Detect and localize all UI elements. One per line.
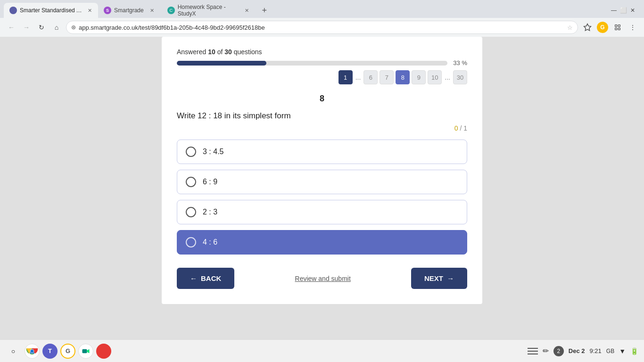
close-button[interactable]: ✕: [629, 7, 636, 14]
forward-nav-button[interactable]: →: [21, 22, 32, 33]
option-label-d: 4 : 6: [203, 238, 217, 247]
browser-chrome: Smarter Standardised Assessm... ✕ S Smar…: [0, 0, 644, 37]
window-controls: — ⬜ ✕: [610, 7, 640, 14]
page-btn-7[interactable]: 7: [380, 70, 394, 84]
page-btn-9[interactable]: 9: [412, 70, 426, 84]
svg-point-0: [11, 8, 16, 13]
question-number: 8: [177, 94, 467, 104]
taskbar-lines-icon: [528, 348, 538, 354]
svg-marker-10: [87, 349, 90, 353]
tab-label-2: Smartgrade: [114, 7, 144, 14]
option-label-b: 6 : 9: [203, 178, 217, 186]
tab-3[interactable]: C Homework Space - StudyX ✕: [162, 3, 256, 18]
svg-rect-13: [528, 351, 538, 352]
main-content: Answered 10 of 30 questions 33 % 1 ... 6…: [0, 37, 644, 339]
answered-label-prefix: Answered: [177, 48, 208, 56]
next-button[interactable]: NEXT →: [411, 268, 467, 289]
page-dots-2: ...: [444, 74, 451, 81]
taskbar-battery-label: GB: [606, 348, 614, 354]
tab-2[interactable]: S Smartgrade ✕: [98, 3, 162, 18]
teams-taskbar-icon[interactable]: T: [42, 344, 58, 359]
page-btn-10[interactable]: 10: [428, 70, 442, 84]
radio-b: [186, 177, 196, 187]
option-a[interactable]: 3 : 4.5: [177, 140, 467, 164]
taskbar-time: 9:21: [589, 347, 601, 354]
page-btn-1[interactable]: 1: [339, 70, 353, 84]
svg-rect-4: [618, 28, 620, 30]
option-c[interactable]: 2 : 3: [177, 200, 467, 224]
profile-icon[interactable]: G: [597, 22, 608, 33]
home-button[interactable]: ⌂: [51, 22, 62, 33]
back-label: BACK: [201, 274, 221, 282]
reload-button[interactable]: ↻: [36, 22, 47, 33]
start-button[interactable]: ○: [6, 344, 21, 359]
nav-buttons: ← BACK Review and submit NEXT →: [177, 268, 467, 289]
g-taskbar-icon[interactable]: G: [60, 344, 75, 359]
radio-a: [186, 147, 196, 157]
next-arrow-icon: →: [447, 274, 454, 282]
questions-label: questions: [234, 48, 262, 56]
quiz-container: Answered 10 of 30 questions 33 % 1 ... 6…: [162, 37, 482, 304]
page-dots-1: ...: [355, 74, 362, 81]
svg-rect-3: [615, 28, 617, 30]
progress-section: Answered 10 of 30 questions 33 % 1 ... 6…: [177, 48, 467, 84]
tab-favicon-3: C: [167, 7, 175, 14]
svg-point-8: [31, 349, 34, 353]
tab-favicon-1: [9, 7, 17, 14]
radio-c: [186, 207, 196, 217]
progress-percent: 33 %: [453, 59, 467, 66]
address-bar[interactable]: ⊛ app.smartgrade.co.uk/test/89df6b1a-205…: [66, 21, 578, 34]
taskbar: ○ T G: [0, 339, 644, 362]
chrome-taskbar-icon[interactable]: [25, 344, 40, 359]
tab-label-1: Smarter Standardised Assessm...: [20, 7, 82, 14]
progress-row: 33 %: [177, 59, 467, 66]
option-d[interactable]: 4 : 6: [177, 230, 467, 255]
svg-point-11: [100, 347, 107, 354]
option-label-a: 3 : 4.5: [203, 148, 223, 156]
radio-d: [186, 237, 196, 247]
next-label: NEXT: [424, 274, 443, 282]
svg-rect-9: [83, 349, 87, 353]
svg-rect-1: [615, 25, 617, 27]
svg-rect-14: [528, 354, 538, 354]
progress-label: Answered 10 of 30 questions: [177, 48, 467, 56]
meet-taskbar-icon[interactable]: [78, 344, 93, 359]
answered-count: 10: [208, 48, 215, 56]
battery-icon: 🔋: [630, 347, 638, 355]
page-btn-30[interactable]: 30: [453, 70, 467, 84]
page-navigation: 1 ... 6 7 8 9 10 ... 30: [177, 70, 467, 84]
total-count: 30: [224, 48, 232, 56]
bookmark-icon[interactable]: ☆: [567, 24, 573, 31]
extensions-puzzle-icon[interactable]: [612, 22, 623, 33]
url-text: app.smartgrade.co.uk/test/89df6b1a-205b-…: [79, 24, 564, 31]
notification-badge: 2: [553, 346, 564, 356]
back-button[interactable]: ← BACK: [177, 268, 234, 289]
tab-bar: Smarter Standardised Assessm... ✕ S Smar…: [0, 0, 644, 18]
page-btn-6[interactable]: 6: [363, 70, 378, 84]
tab-active[interactable]: Smarter Standardised Assessm... ✕: [4, 3, 98, 18]
new-tab-button[interactable]: +: [258, 4, 271, 17]
red-taskbar-icon[interactable]: [96, 344, 111, 359]
tab-close-2[interactable]: ✕: [149, 7, 156, 14]
review-submit-link[interactable]: Review and submit: [295, 275, 351, 282]
options-list: 3 : 4.5 6 : 9 2 : 3 4 : 6: [177, 140, 467, 255]
maximize-button[interactable]: ⬜: [619, 7, 627, 14]
lock-icon: ⊛: [71, 24, 76, 31]
tab-close-3[interactable]: ✕: [243, 7, 250, 14]
minimize-button[interactable]: —: [610, 7, 618, 14]
page-btn-8[interactable]: 8: [396, 70, 410, 84]
progress-bar-container: [177, 61, 447, 66]
wifi-icon: ▼: [619, 347, 626, 355]
score-indicator: 0 / 1: [177, 124, 467, 132]
of-label: of: [217, 48, 225, 56]
score-current: 0: [454, 124, 458, 132]
pen-icon[interactable]: ✏: [543, 346, 549, 355]
tab-label-3: Homework Space - StudyX: [178, 4, 239, 17]
menu-icon[interactable]: ⋮: [627, 22, 638, 33]
score-total: 1: [463, 124, 467, 132]
svg-rect-2: [618, 25, 620, 27]
extensions-icon[interactable]: [582, 22, 593, 33]
option-b[interactable]: 6 : 9: [177, 170, 467, 194]
back-nav-button[interactable]: ←: [6, 22, 17, 33]
tab-close-1[interactable]: ✕: [87, 7, 92, 14]
